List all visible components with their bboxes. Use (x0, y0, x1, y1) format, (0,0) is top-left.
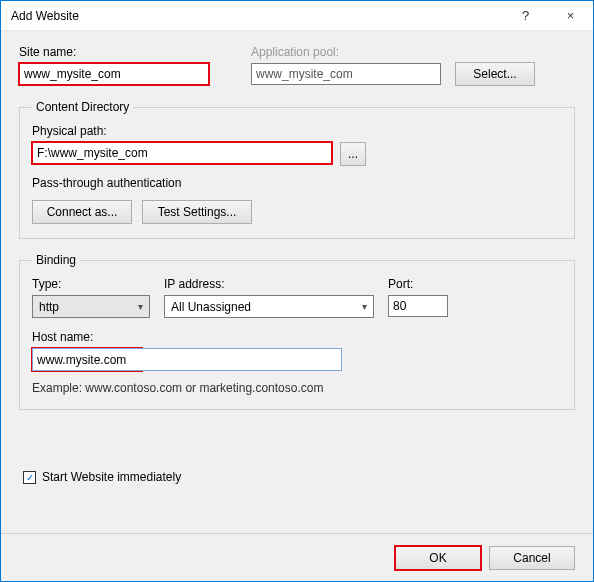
site-name-label: Site name: (19, 45, 237, 59)
start-immediately-label: Start Website immediately (42, 470, 181, 484)
app-pool-input (251, 63, 441, 85)
physical-path-input[interactable] (32, 142, 332, 164)
cancel-button[interactable]: Cancel (489, 546, 575, 570)
add-website-dialog: Add Website ? × Site name: Application p… (0, 0, 594, 582)
type-select[interactable]: http ▾ (32, 295, 150, 318)
type-label: Type: (32, 277, 150, 291)
host-name-input[interactable] (32, 348, 342, 371)
test-settings-button[interactable]: Test Settings... (142, 200, 252, 224)
chevron-down-icon: ▾ (362, 301, 367, 312)
ip-label: IP address: (164, 277, 374, 291)
connect-as-button[interactable]: Connect as... (32, 200, 132, 224)
port-input[interactable] (388, 295, 448, 317)
type-value: http (39, 300, 59, 314)
host-name-label: Host name: (32, 330, 93, 344)
ip-select[interactable]: All Unassigned ▾ (164, 295, 374, 318)
binding-group: Binding Type: http ▾ IP address: All Una… (19, 253, 575, 410)
physical-path-label: Physical path: (32, 124, 107, 138)
titlebar: Add Website ? × (1, 1, 593, 31)
window-title: Add Website (11, 9, 503, 23)
content-directory-group: Content Directory Physical path: ... Pas… (19, 100, 575, 239)
start-immediately-checkbox[interactable]: ✓ (23, 471, 36, 484)
ip-value: All Unassigned (171, 300, 251, 314)
select-app-pool-button[interactable]: Select... (455, 62, 535, 86)
auth-mode-label: Pass-through authentication (32, 176, 562, 190)
app-pool-label: Application pool: (251, 45, 441, 59)
content-directory-legend: Content Directory (32, 100, 133, 114)
chevron-down-icon: ▾ (138, 301, 143, 312)
site-name-input[interactable] (19, 63, 209, 85)
port-label: Port: (388, 277, 458, 291)
help-button[interactable]: ? (503, 1, 548, 31)
dialog-footer: OK Cancel (1, 533, 593, 581)
ok-button[interactable]: OK (395, 546, 481, 570)
host-example-label: Example: www.contoso.com or marketing.co… (32, 381, 562, 395)
browse-path-button[interactable]: ... (340, 142, 366, 166)
binding-legend: Binding (32, 253, 80, 267)
close-button[interactable]: × (548, 1, 593, 31)
